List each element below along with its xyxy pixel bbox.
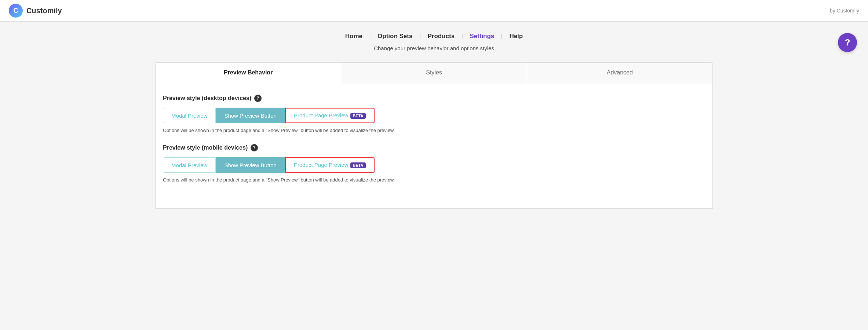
mobile-section-title: Preview style (mobile devices) ? <box>163 144 705 151</box>
nav-help[interactable]: Help <box>504 33 528 40</box>
nav-products[interactable]: Products <box>423 33 460 40</box>
mobile-modal-preview-btn[interactable]: Modal Preview <box>163 157 216 173</box>
desktop-beta-badge: BETA <box>350 113 365 119</box>
help-button[interactable]: ? <box>838 33 857 52</box>
nav-bar: Home | Option Sets | Products | Settings… <box>155 33 713 40</box>
desktop-product-page-preview-btn[interactable]: Product Page PreviewBETA <box>285 108 375 123</box>
header: C Customily by Customily <box>0 0 868 22</box>
logo-letter: C <box>14 7 18 15</box>
nav-home[interactable]: Home <box>340 33 368 40</box>
tab-preview-behavior[interactable]: Preview Behavior <box>156 63 341 84</box>
nav-subtitle: Change your preview behavior and options… <box>155 45 713 51</box>
desktop-show-preview-btn[interactable]: Show Preview Button <box>216 108 285 123</box>
tab-advanced[interactable]: Advanced <box>527 63 712 84</box>
logo-icon: C <box>9 4 23 18</box>
mobile-show-preview-btn[interactable]: Show Preview Button <box>216 157 285 173</box>
desktop-btn-group: Modal Preview Show Preview Button Produc… <box>163 108 375 123</box>
mobile-product-page-preview-btn[interactable]: Product Page PreviewBETA <box>285 157 375 173</box>
tab-styles[interactable]: Styles <box>341 63 527 84</box>
desktop-section-title: Preview style (desktop devices) ? <box>163 95 705 102</box>
mobile-help-icon[interactable]: ? <box>251 144 258 151</box>
nav-settings[interactable]: Settings <box>464 33 499 40</box>
sep1: | <box>369 33 372 39</box>
desktop-modal-preview-btn[interactable]: Modal Preview <box>163 108 216 123</box>
sep3: | <box>462 33 465 39</box>
mobile-btn-group: Modal Preview Show Preview Button Produc… <box>163 157 375 173</box>
logo-text: Customily <box>26 7 62 15</box>
mobile-section-desc: Options will be shown in the product pag… <box>163 177 705 183</box>
desktop-section-desc: Options will be shown in the product pag… <box>163 128 705 133</box>
tab-content: Preview style (desktop devices) ? Modal … <box>155 84 713 209</box>
tabs-container: Preview Behavior Styles Advanced <box>155 62 713 84</box>
main-content: Home | Option Sets | Products | Settings… <box>148 22 720 220</box>
sep2: | <box>419 33 423 39</box>
nav-option-sets[interactable]: Option Sets <box>372 33 417 40</box>
by-customily: by Customily <box>830 8 859 14</box>
mobile-beta-badge: BETA <box>350 162 365 168</box>
logo-area: C Customily <box>9 4 62 18</box>
desktop-help-icon[interactable]: ? <box>254 95 262 102</box>
